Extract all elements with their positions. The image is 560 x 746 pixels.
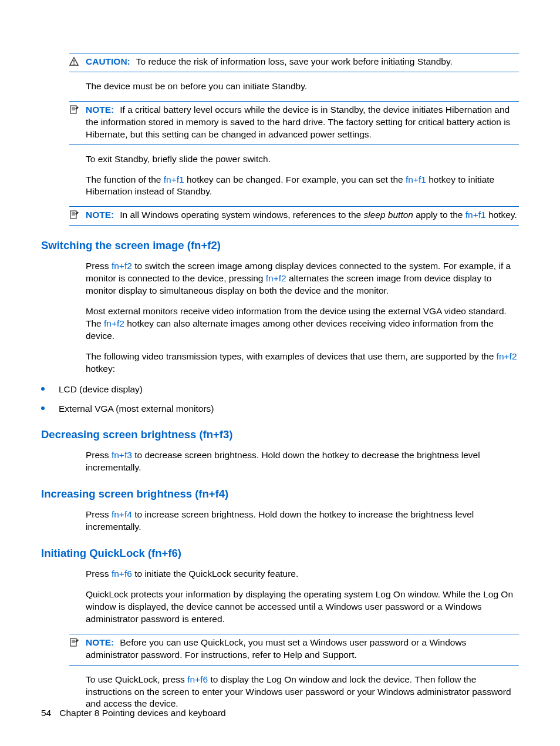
note-callout: NOTE:Before you can use QuickLock, you m… xyxy=(69,634,519,666)
note-label: NOTE: xyxy=(86,210,120,220)
paragraph: Press fn+f3 to decrease screen brightnes… xyxy=(41,449,519,474)
note-icon xyxy=(69,637,86,661)
paragraph: The device must be on before you can ini… xyxy=(41,80,519,93)
text: Press xyxy=(86,261,112,271)
note-body: NOTE:Before you can use QuickLock, you m… xyxy=(86,637,519,661)
paragraph: QuickLock protects your information by d… xyxy=(41,589,519,626)
heading-quicklock: Initiating QuickLock (fn+f6) xyxy=(41,546,519,561)
text: apply to the xyxy=(413,210,465,220)
hotkey: fn+f6 xyxy=(187,674,208,684)
hotkey: fn+f2 xyxy=(112,261,132,271)
heading-decreasing-brightness: Decreasing screen brightness (fn+f3) xyxy=(41,428,519,442)
text: hotkey. xyxy=(486,210,517,220)
svg-point-1 xyxy=(73,63,75,65)
page-number: 54 xyxy=(41,708,59,718)
text: In all Windows operating system windows,… xyxy=(120,210,363,220)
text: to increase screen brightness. Hold down… xyxy=(86,509,474,532)
page-footer: 54Chapter 8 Pointing devices and keyboar… xyxy=(41,707,226,720)
hotkey: fn+f1 xyxy=(465,210,486,220)
text: The following video transmission types, … xyxy=(86,351,497,361)
caution-callout: CAUTION:To reduce the risk of informatio… xyxy=(69,53,519,72)
hotkey: fn+f2 xyxy=(104,318,124,328)
paragraph: Press fn+f4 to increase screen brightnes… xyxy=(41,509,519,533)
text: To use QuickLock, press xyxy=(86,674,187,684)
text: hotkey can be changed. For example, you … xyxy=(184,174,406,184)
paragraph: Press fn+f6 to initiate the QuickLock se… xyxy=(41,568,519,580)
caution-icon xyxy=(69,56,86,68)
note-callout: NOTE:If a critical battery level occurs … xyxy=(69,101,519,145)
caution-body: CAUTION:To reduce the risk of informatio… xyxy=(86,56,519,68)
paragraph: The following video transmission types, … xyxy=(41,351,519,375)
caution-label: CAUTION: xyxy=(86,56,136,66)
hotkey: fn+f2 xyxy=(497,351,517,361)
caution-text: To reduce the risk of information loss, … xyxy=(136,56,453,66)
note-text: If a critical battery level occurs while… xyxy=(86,105,510,139)
note-label: NOTE: xyxy=(86,637,120,647)
paragraph: Most external monitors receive video inf… xyxy=(41,305,519,342)
list-item: LCD (device display) xyxy=(41,384,519,396)
paragraph: To use QuickLock, press fn+f6 to display… xyxy=(41,674,519,711)
text: to initiate the QuickLock security featu… xyxy=(132,569,298,579)
hotkey: fn+f1 xyxy=(406,174,426,184)
note-callout: NOTE:In all Windows operating system win… xyxy=(69,206,519,226)
text: Press xyxy=(86,569,112,579)
paragraph: The function of the fn+f1 hotkey can be … xyxy=(41,174,519,199)
paragraph: Press fn+f2 to switch the screen image a… xyxy=(41,260,519,297)
list-item: External VGA (most external monitors) xyxy=(41,403,519,415)
text: The function of the xyxy=(86,174,164,184)
heading-increasing-brightness: Increasing screen brightness (fn+f4) xyxy=(41,487,519,502)
hotkey: fn+f2 xyxy=(266,273,286,283)
note-icon xyxy=(69,209,86,221)
chapter-title: Chapter 8 Pointing devices and keyboard xyxy=(59,708,226,718)
text: Press xyxy=(86,450,112,460)
bullet-list: LCD (device display) External VGA (most … xyxy=(41,384,519,415)
note-icon xyxy=(69,104,86,141)
hotkey: fn+f6 xyxy=(112,569,132,579)
note-text: Before you can use QuickLock, you must s… xyxy=(86,637,466,660)
paragraph: To exit Standby, briefly slide the power… xyxy=(41,153,519,166)
text: Press xyxy=(86,509,112,519)
text: to decrease screen brightness. Hold down… xyxy=(86,450,480,472)
text: hotkey can also alternate images among o… xyxy=(86,318,494,341)
document-page: CAUTION:To reduce the risk of informatio… xyxy=(0,0,560,746)
emphasis: sleep button xyxy=(363,210,413,220)
note-label: NOTE: xyxy=(86,105,120,115)
hotkey: fn+f4 xyxy=(112,509,132,519)
heading-switching-image: Switching the screen image (fn+f2) xyxy=(41,238,519,253)
hotkey: fn+f3 xyxy=(112,450,132,460)
note-body: NOTE:If a critical battery level occurs … xyxy=(86,104,519,141)
note-body: NOTE:In all Windows operating system win… xyxy=(86,209,519,221)
text: hotkey: xyxy=(86,364,115,374)
hotkey: fn+f1 xyxy=(164,174,184,184)
